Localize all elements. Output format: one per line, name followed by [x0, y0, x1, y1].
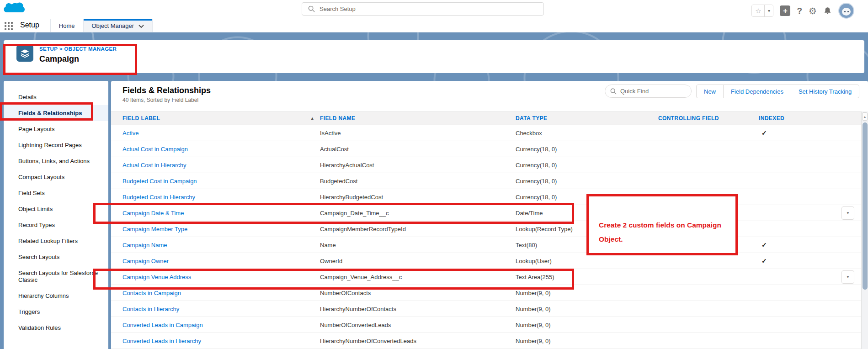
object-page-header: SETUP > OBJECT MANAGER Campaign: [4, 40, 864, 73]
table-row: Actual Cost in CampaignActualCostCurrenc…: [111, 141, 868, 157]
sidebar-item[interactable]: Search Layouts for Salesforce Classic: [4, 265, 108, 288]
table-row: Actual Cost in HierarchyHierarchyActualC…: [111, 157, 868, 173]
app-launcher-icon[interactable]: [5, 22, 13, 30]
column-header-field-label[interactable]: FIELD LABEL ▲: [122, 115, 320, 122]
field-label-link[interactable]: Contacts in Campaign: [122, 290, 181, 296]
field-label-link[interactable]: Contacts in Hierarchy: [122, 306, 179, 312]
chevron-down-icon[interactable]: [138, 22, 144, 29]
table-row: Converted Leads in CampaignNumberOfConve…: [111, 317, 868, 333]
sidebar-item[interactable]: Search Layouts: [4, 249, 108, 265]
scrollbar-thumb[interactable]: [863, 122, 868, 290]
table-row: Campaign OwnerOwnerIdLookup(User)✓: [111, 253, 868, 269]
global-header: ☆ ▾ + ? ⚙: [0, 0, 868, 19]
table-row: Campaign Member TypeCampaignMemberRecord…: [111, 221, 868, 237]
add-icon[interactable]: +: [780, 5, 790, 16]
vertical-scrollbar[interactable]: ▲: [861, 111, 868, 349]
column-header-indexed[interactable]: INDEXED: [759, 115, 868, 122]
tab-home[interactable]: Home: [51, 19, 83, 32]
user-avatar[interactable]: [838, 3, 854, 19]
column-header-field-name[interactable]: FIELD NAME: [320, 115, 516, 122]
sidebar-item[interactable]: Triggers: [4, 304, 108, 320]
sidebar-item[interactable]: Buttons, Links, and Actions: [4, 153, 108, 169]
breadcrumb[interactable]: SETUP > OBJECT MANAGER: [39, 46, 117, 52]
field-label-link[interactable]: Budgeted Cost in Campaign: [122, 178, 197, 185]
field-label-link[interactable]: Converted Leads in Campaign: [122, 322, 203, 328]
field-dependencies-button[interactable]: Field Dependencies: [723, 85, 791, 98]
panel-heading: Fields & Relationships: [122, 86, 211, 95]
indexed-check-icon: ✓: [759, 257, 868, 264]
field-label-link[interactable]: Campaign Venue Address: [122, 274, 191, 280]
field-name-cell: HierarchyBudgetedCost: [320, 194, 516, 201]
field-label-link[interactable]: Campaign Name: [122, 242, 167, 249]
sidebar-item[interactable]: Hierarchy Columns: [4, 288, 108, 304]
sidebar-item[interactable]: Related Lookup Filters: [4, 233, 108, 249]
field-name-cell: BudgetedCost: [320, 178, 516, 185]
sidebar-item[interactable]: Fields & Relationships: [4, 105, 108, 121]
field-label-cell: Contacts in Hierarchy: [122, 306, 320, 312]
fields-relationships-panel: Fields & Relationships 40 Items, Sorted …: [111, 81, 868, 349]
table-row: Campaign Venue AddressCampaign_Venue_Add…: [111, 269, 868, 285]
sidebar-item[interactable]: Object Limits: [4, 201, 108, 217]
object-manager-sidebar: DetailsFields & RelationshipsPage Layout…: [4, 81, 108, 349]
avatar-face: [842, 8, 851, 16]
field-label-link[interactable]: Active: [122, 130, 138, 137]
scroll-up-arrow-icon[interactable]: ▲: [862, 112, 868, 121]
field-label-cell: Actual Cost in Hierarchy: [122, 162, 320, 169]
field-label-cell: Campaign Date & Time: [122, 210, 320, 217]
indexed-check-icon: ✓: [759, 129, 868, 137]
field-name-cell: CampaignMemberRecordTypeId: [320, 226, 516, 233]
field-label-link[interactable]: Budgeted Cost in Hierarchy: [122, 194, 195, 201]
column-header-controlling-field[interactable]: CONTROLLING FIELD: [658, 115, 759, 122]
help-icon[interactable]: ?: [797, 6, 802, 16]
table-row: Converted Leads in HierarchyHierarchyNum…: [111, 333, 868, 349]
new-button[interactable]: New: [696, 85, 724, 98]
setup-gear-icon[interactable]: ⚙: [809, 6, 817, 16]
sidebar-item[interactable]: Details: [4, 89, 108, 105]
app-name-label: Setup: [20, 21, 39, 32]
field-label-link[interactable]: Campaign Owner: [122, 258, 169, 264]
table-row: Contacts in CampaignNumberOfContactsNumb…: [111, 285, 868, 301]
quick-find-input[interactable]: [620, 88, 691, 95]
field-label-cell: Converted Leads in Hierarchy: [122, 338, 320, 344]
salesforce-logo-icon[interactable]: [4, 1, 25, 18]
field-name-cell: Campaign_Date_Time__c: [320, 210, 516, 217]
quick-find: [605, 85, 692, 98]
data-type-cell: Lookup(User): [516, 258, 658, 264]
data-type-cell: Currency(18, 0): [516, 146, 658, 153]
annotation-note: Create 2 custom fields on Campaign Objec…: [586, 194, 738, 255]
data-type-cell: Checkbox: [516, 130, 658, 137]
sidebar-item[interactable]: Compact Layouts: [4, 169, 108, 185]
sidebar-item[interactable]: Validation Rules: [4, 320, 108, 336]
sidebar-item[interactable]: Lightning Record Pages: [4, 137, 108, 153]
sidebar-item[interactable]: Record Types: [4, 217, 108, 233]
field-label-link[interactable]: Campaign Date & Time: [122, 210, 184, 217]
row-actions-menu-button[interactable]: ▼: [841, 270, 854, 284]
table-row: Campaign NameNameText(80)✓: [111, 237, 868, 253]
field-name-cell: Name: [320, 242, 516, 249]
object-layers-icon: [16, 45, 33, 62]
favorites-star-icon[interactable]: ☆: [752, 5, 764, 16]
field-label-cell: Campaign Name: [122, 242, 320, 249]
field-label-cell: Budgeted Cost in Hierarchy: [122, 194, 320, 201]
table-row: Budgeted Cost in HierarchyHierarchyBudge…: [111, 189, 868, 205]
data-type-cell: Number(9, 0): [516, 338, 658, 344]
data-type-cell: Number(9, 0): [516, 322, 658, 328]
field-label-link[interactable]: Converted Leads in Hierarchy: [122, 338, 201, 344]
field-label-link[interactable]: Campaign Member Type: [122, 226, 187, 233]
favorites-caret-icon[interactable]: ▾: [764, 5, 773, 16]
global-search-input[interactable]: [320, 5, 543, 12]
field-label-link[interactable]: Actual Cost in Hierarchy: [122, 162, 186, 169]
sidebar-item[interactable]: Field Sets: [4, 185, 108, 201]
notifications-bell-icon[interactable]: [823, 6, 832, 15]
favorites-button-group: ☆ ▾: [751, 5, 773, 17]
sidebar-item[interactable]: Page Layouts: [4, 121, 108, 137]
tab-object-manager[interactable]: Object Manager: [83, 19, 153, 32]
sidebar-nav: DetailsFields & RelationshipsPage Layout…: [4, 89, 108, 336]
search-icon: [308, 5, 315, 12]
field-label-link[interactable]: Actual Cost in Campaign: [122, 146, 188, 153]
column-header-data-type[interactable]: DATA TYPE: [516, 115, 658, 122]
field-name-cell: HierarchyNumberOfConvertedLeads: [320, 338, 516, 344]
column-header-label: FIELD LABEL: [122, 115, 160, 122]
row-actions-menu-button[interactable]: ▼: [841, 206, 854, 220]
set-history-tracking-button[interactable]: Set History Tracking: [791, 85, 859, 98]
